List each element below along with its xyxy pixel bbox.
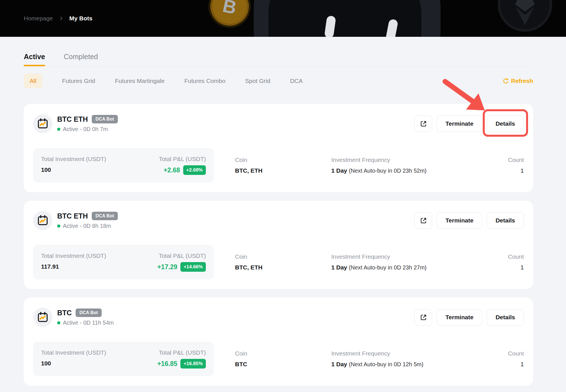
investment-pnl-panel: Total Investment (USDT) 100 Total P&L (U…	[33, 148, 214, 183]
breadcrumb-homepage-link[interactable]: Homepage	[24, 15, 53, 22]
count-label: Count	[508, 157, 524, 163]
investment-pnl-panel: Total Investment (USDT) 100 Total P&L (U…	[33, 342, 214, 376]
page-header: B Homepage My Bots	[0, 0, 566, 37]
frequency-value: 1 Day	[331, 361, 347, 367]
bitcoin-symbol: B	[221, 0, 238, 18]
terminate-button[interactable]: Terminate	[437, 309, 482, 325]
open-bot-button[interactable]	[415, 115, 432, 132]
robot-face-graphic	[268, 0, 421, 37]
external-link-icon	[420, 120, 427, 128]
terminate-button[interactable]: Terminate	[437, 212, 482, 229]
frequency-value: 1 Day	[331, 264, 347, 271]
ethereum-coin-graphic	[498, 0, 552, 32]
total-pnl-label: Total P&L (USDT)	[159, 156, 206, 162]
frequency-label: Investment Frequency	[331, 157, 508, 163]
open-bot-button[interactable]	[415, 212, 432, 229]
bitcoin-coin-graphic: B	[204, 0, 255, 32]
status-dot-icon	[57, 128, 60, 131]
total-investment-label: Total Investment (USDT)	[41, 349, 157, 356]
total-investment-label: Total Investment (USDT)	[41, 156, 159, 162]
breadcrumb-current-page: My Bots	[69, 15, 93, 22]
total-pnl-label: Total P&L (USDT)	[157, 349, 206, 356]
pnl-value: +17.29	[157, 263, 177, 271]
frequency-note: (Next Auto-buy in 0D 12h 5m)	[349, 361, 423, 367]
bot-status-text: Active - 0D 0h 7m	[63, 126, 108, 132]
frequency-label: Investment Frequency	[331, 350, 508, 357]
frequency-value: 1 Day	[331, 167, 347, 174]
bot-pair-title: BTC	[57, 309, 72, 317]
count-label: Count	[508, 253, 524, 260]
bot-type-badge: DCA Bot	[92, 115, 118, 123]
bot-card: BTC ETH DCA Bot Active - 0D 8h 18m Termi…	[24, 201, 533, 289]
status-dot-icon	[57, 224, 60, 228]
bot-stats-row: Total Investment (USDT) 117.91 Total P&L…	[33, 245, 524, 279]
coin-label: Coin	[235, 253, 331, 260]
coin-value: BTC, ETH	[235, 264, 331, 271]
status-dot-icon	[57, 321, 60, 324]
dca-bot-icon	[33, 114, 52, 133]
filter-pill-futures-combo[interactable]: Futures Combo	[184, 78, 225, 84]
coin-value: BTC, ETH	[235, 167, 331, 174]
total-investment-value: 117.91	[41, 263, 157, 270]
tab-active[interactable]: Active	[24, 53, 45, 66]
calendar-chart-icon	[37, 118, 49, 130]
annotation-highlight-box	[483, 109, 528, 137]
card-actions: Terminate Details	[415, 212, 524, 229]
details-button[interactable]: Details	[487, 309, 524, 325]
count-value: 1	[508, 264, 524, 271]
total-investment-value: 100	[41, 166, 159, 173]
tab-completed[interactable]: Completed	[64, 53, 98, 66]
pnl-value: +2.68	[164, 166, 180, 174]
bot-pair-title: BTC ETH	[57, 212, 88, 220]
frequency-label: Investment Frequency	[331, 253, 508, 260]
filter-pill-futures-martingale[interactable]: Futures Martingale	[115, 78, 165, 84]
count-value: 1	[508, 167, 524, 174]
investment-pnl-panel: Total Investment (USDT) 117.91 Total P&L…	[33, 245, 214, 279]
coin-label: Coin	[235, 157, 331, 163]
bot-meta: BTC DCA Bot Active - 0D 11h 54m	[57, 309, 114, 326]
total-investment-label: Total Investment (USDT)	[41, 252, 157, 259]
chevron-right-icon	[59, 16, 64, 21]
filter-pill-spot-grid[interactable]: Spot Grid	[245, 78, 270, 84]
total-pnl-label: Total P&L (USDT)	[157, 252, 206, 259]
count-value: 1	[508, 361, 524, 368]
pnl-percent-badge: +16.85%	[180, 359, 206, 369]
coin-value: BTC	[235, 361, 331, 368]
calendar-chart-icon	[37, 311, 49, 323]
dca-bot-icon	[33, 308, 52, 327]
bot-meta: BTC ETH DCA Bot Active - 0D 8h 18m	[57, 212, 118, 229]
bot-meta: BTC ETH DCA Bot Active - 0D 0h 7m	[57, 115, 118, 132]
bot-stats-row: Total Investment (USDT) 100 Total P&L (U…	[33, 148, 524, 183]
filter-pill-futures-grid[interactable]: Futures Grid	[62, 78, 95, 84]
details-button[interactable]: Details	[487, 212, 524, 229]
filter-pill-all[interactable]: All	[24, 74, 42, 88]
calendar-chart-icon	[37, 215, 49, 226]
external-link-icon	[420, 314, 427, 321]
total-investment-value: 100	[41, 360, 157, 367]
count-label: Count	[508, 350, 524, 357]
pnl-value: +16.85	[157, 360, 177, 368]
bot-card: BTC DCA Bot Active - 0D 11h 54m Terminat…	[24, 297, 533, 386]
bot-stats-row: Total Investment (USDT) 100 Total P&L (U…	[33, 342, 524, 376]
dca-bot-icon	[33, 211, 52, 230]
pnl-percent-badge: +2.68%	[183, 165, 206, 175]
ethereum-diamond-icon	[500, 0, 550, 29]
coin-label: Coin	[235, 350, 331, 357]
frequency-note: (Next Auto-buy in 0D 23h 52m)	[349, 168, 427, 174]
bot-type-badge: DCA Bot	[92, 212, 118, 220]
bots-tabs: Active Completed	[24, 37, 533, 67]
bot-status-text: Active - 0D 11h 54m	[63, 320, 114, 326]
external-link-icon	[420, 217, 427, 224]
breadcrumb: Homepage My Bots	[24, 15, 92, 22]
bot-status-text: Active - 0D 8h 18m	[63, 223, 111, 229]
pnl-percent-badge: +14.66%	[180, 262, 206, 272]
card-actions: Terminate Details	[415, 309, 524, 325]
filter-pill-dca[interactable]: DCA	[290, 78, 303, 84]
bot-pair-title: BTC ETH	[57, 115, 88, 123]
bot-type-badge: DCA Bot	[76, 309, 101, 317]
open-bot-button[interactable]	[415, 309, 432, 325]
frequency-note: (Next Auto-buy in 0D 23h 27m)	[349, 264, 427, 271]
